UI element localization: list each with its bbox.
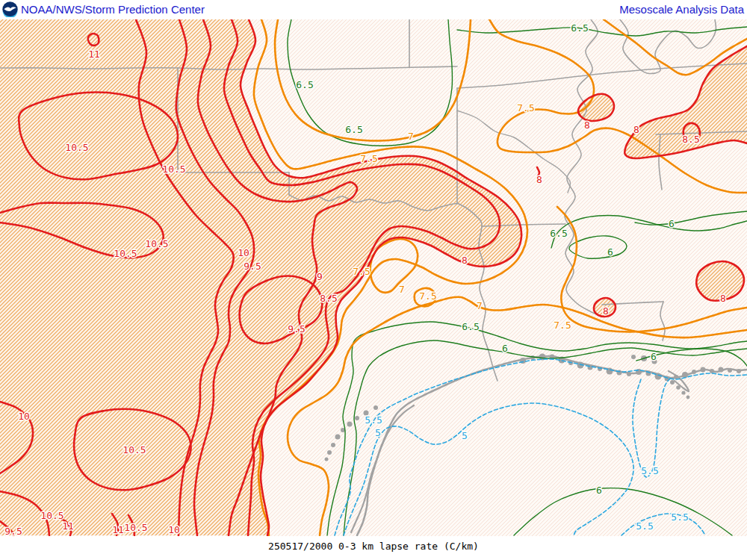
contour-label: 6 xyxy=(607,246,613,258)
coastal-water-blob xyxy=(681,391,685,394)
contour-label: 7 xyxy=(477,300,483,311)
contour-label: 7.5 xyxy=(517,102,534,113)
contour-label: 10 xyxy=(238,247,249,258)
contour-label: 6.5 xyxy=(462,321,479,332)
contour-label: 10 xyxy=(18,411,30,422)
contour-label: 10.5 xyxy=(114,248,137,259)
contour-label: 6 xyxy=(651,351,657,362)
coastal-water-blob xyxy=(701,367,706,373)
coastal-water-blob xyxy=(325,458,329,461)
contour-label: 6.5 xyxy=(550,228,567,239)
contour-label: 5.5 xyxy=(636,520,653,532)
contour-label: 6.5 xyxy=(296,79,313,90)
contour-label: 10.5 xyxy=(123,444,146,455)
page-title: Mesoscale Analysis Data xyxy=(619,3,744,16)
contour-label: 7.5 xyxy=(360,153,377,164)
coastal-water-blob xyxy=(682,372,688,378)
contour-label: 7.5 xyxy=(554,320,571,331)
contour-label: 10.5 xyxy=(145,238,168,249)
contour-label: 10.5 xyxy=(40,510,63,521)
contour-label: 5.5 xyxy=(671,511,688,523)
coastal-water-blob xyxy=(737,369,741,373)
contour-label: 5.5 xyxy=(641,465,658,476)
contour-label: 11 xyxy=(88,49,100,60)
contour-label: 6.5 xyxy=(345,124,362,135)
coastal-water-blob xyxy=(728,368,732,373)
header-bar: NOAA/NWS/Storm Prediction Center Mesosca… xyxy=(0,0,747,19)
contour-label: 8 xyxy=(462,255,468,266)
coastal-water-blob xyxy=(676,385,681,390)
contour-label: 7 xyxy=(408,131,414,142)
coastal-water-blob xyxy=(627,372,631,376)
coastal-water-blob xyxy=(347,422,353,427)
contour-label: 8.5 xyxy=(682,134,699,145)
contour-label: 10 xyxy=(168,524,180,535)
coastal-water-blob xyxy=(335,435,341,440)
contour-label: 9.5 xyxy=(288,323,305,335)
contour-label: 6 xyxy=(502,343,508,354)
map-caption: 250517/2000 0-3 km lapse rate (C/km) xyxy=(0,541,747,552)
contour-label: 10.5 xyxy=(162,164,185,175)
contour-label: 6.5 xyxy=(571,22,588,34)
coastal-water-blob xyxy=(719,367,724,373)
coastal-water-blob xyxy=(530,355,535,360)
contour-label: 7.5 xyxy=(419,290,436,302)
coastal-water-blob xyxy=(374,405,378,410)
coastal-water-blob xyxy=(670,380,675,385)
contour-label: 10.5 xyxy=(124,522,147,533)
contour-label: 8 xyxy=(603,305,609,317)
mesoanalysis-map: 1110.510.510.510.5109.598.59.51010.510.5… xyxy=(0,19,747,536)
coastal-water-blob xyxy=(710,369,714,373)
contour-label: 8 xyxy=(633,124,639,135)
contour-label: 5.5 xyxy=(365,414,382,426)
contour-label: 6 xyxy=(669,218,675,229)
contour-label: 8 xyxy=(536,174,542,185)
contour-label: 9.5 xyxy=(244,261,261,272)
coastal-water-blob xyxy=(355,416,359,420)
coastal-water-blob xyxy=(331,443,335,447)
contour-label: 8 xyxy=(720,293,726,304)
coastal-water-blob xyxy=(631,355,636,359)
contour-label: 11 xyxy=(62,520,74,532)
contour-label: 6 xyxy=(596,485,602,496)
contour-label: 9 xyxy=(317,271,323,282)
contour-label: 8.5 xyxy=(320,293,337,304)
contour-label: 7.5 xyxy=(353,266,370,277)
lapse-rate-contour-map: 1110.510.510.510.5109.598.59.51010.510.5… xyxy=(0,19,747,536)
contour-label: 7 xyxy=(399,284,405,295)
coastal-water-blob xyxy=(686,396,690,399)
coastal-water-blob xyxy=(327,450,332,455)
coastal-water-blob xyxy=(692,370,696,374)
contour-label: 5 xyxy=(462,430,468,441)
spc-mesoanalysis-page: NOAA/NWS/Storm Prediction Center Mesosca… xyxy=(0,0,747,560)
contour-label: 9.5 xyxy=(4,526,22,537)
contour-label: 10.5 xyxy=(65,142,88,153)
contour-label: 8 xyxy=(584,119,590,131)
contour-label: 11 xyxy=(112,524,124,535)
site-title: NOAA/NWS/Storm Prediction Center xyxy=(21,3,205,16)
noaa-logo-icon xyxy=(2,1,18,17)
contour-label: 5 xyxy=(375,427,381,438)
